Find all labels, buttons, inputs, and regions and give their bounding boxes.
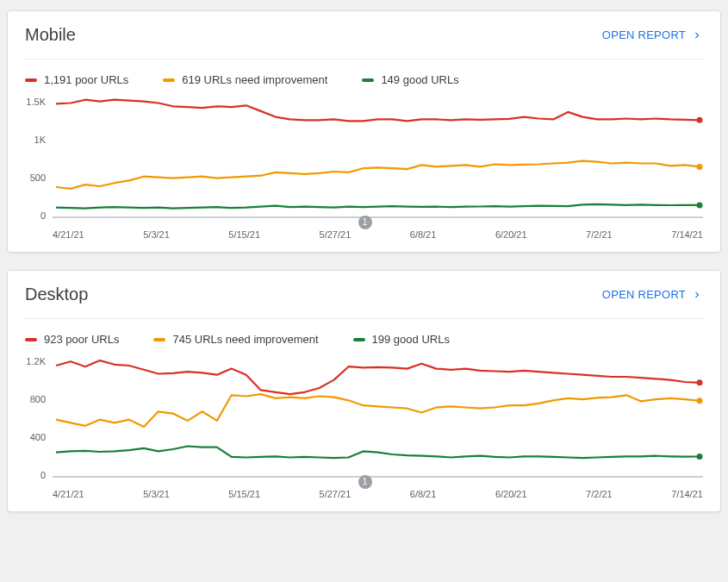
legend-label-need: 619 URLs need improvement (182, 73, 327, 86)
svg-point-2 (697, 164, 703, 170)
desktop-card: Desktop OPEN REPORT 923 poor URLs 745 UR… (7, 270, 721, 512)
y-tick: 500 (30, 172, 46, 183)
event-marker-mobile[interactable]: 1 (358, 216, 372, 229)
x-tick: 7/2/21 (586, 229, 613, 240)
legend-item-need: 745 URLs need improvement (153, 333, 318, 346)
legend-swatch-poor (25, 78, 37, 82)
legend-swatch-good (362, 78, 374, 82)
legend-swatch-need (163, 78, 175, 82)
svg-point-1 (697, 117, 703, 123)
svg-point-6 (697, 397, 703, 404)
svg-point-3 (697, 202, 703, 208)
legend-swatch-need (153, 338, 165, 341)
card-header: Desktop OPEN REPORT (25, 285, 703, 319)
svg-point-7 (697, 454, 703, 460)
open-report-link-desktop[interactable]: OPEN REPORT (602, 288, 703, 301)
legend-label-good: 149 good URLs (381, 73, 458, 86)
legend-label-poor: 923 poor URLs (44, 333, 119, 346)
card-header: Mobile OPEN REPORT (25, 25, 703, 59)
mobile-card: Mobile OPEN REPORT 1,191 poor URLs 619 U… (7, 10, 721, 253)
legend-swatch-good (353, 338, 365, 341)
legend-item-need: 619 URLs need improvement (163, 73, 327, 86)
chart-desktop: 1.2K8004000 1 4/21/215/3/215/15/215/27/2… (25, 351, 703, 503)
y-axis-mobile: 1.5K1K5000 (25, 91, 53, 221)
chart-mobile: 1.5K1K5000 1 4/21/215/3/215/15/215/27/21… (25, 91, 703, 243)
plot-desktop (53, 351, 703, 480)
y-tick: 800 (30, 394, 46, 404)
y-tick: 1.2K (26, 356, 46, 366)
x-tick: 5/3/21 (143, 489, 170, 499)
legend-item-poor: 1,191 poor URLs (25, 73, 128, 86)
legend-item-good: 149 good URLs (362, 73, 458, 86)
x-tick: 5/15/21 (228, 489, 260, 499)
y-tick: 0 (40, 470, 46, 480)
x-tick: 5/15/21 (228, 229, 260, 240)
card-title-desktop: Desktop (25, 285, 88, 304)
x-tick: 5/27/21 (320, 229, 352, 240)
legend-label-poor: 1,191 poor URLs (44, 73, 128, 86)
y-axis-desktop: 1.2K8004000 (25, 351, 53, 480)
x-tick: 7/2/21 (586, 489, 613, 499)
legend-item-good: 199 good URLs (353, 333, 450, 346)
x-tick: 6/20/21 (495, 229, 527, 240)
chevron-right-icon (691, 29, 703, 41)
x-tick: 7/14/21 (671, 489, 703, 499)
x-tick: 6/8/21 (410, 489, 437, 499)
x-tick: 4/21/21 (53, 229, 84, 240)
x-axis-desktop: 4/21/215/3/215/15/215/27/216/8/216/20/21… (53, 480, 703, 503)
open-report-label: OPEN REPORT (602, 288, 686, 301)
legend-label-good: 199 good URLs (372, 333, 450, 346)
x-tick: 5/27/21 (320, 489, 352, 499)
legend-label-need: 745 URLs need improvement (172, 333, 318, 346)
x-tick: 7/14/21 (671, 229, 703, 240)
x-tick: 4/21/21 (53, 489, 84, 499)
x-tick: 6/8/21 (410, 229, 437, 240)
y-tick: 1K (34, 135, 46, 145)
card-title-mobile: Mobile (25, 25, 76, 45)
x-tick: 5/3/21 (143, 229, 170, 240)
legend-item-poor: 923 poor URLs (25, 333, 119, 346)
legend-swatch-poor (25, 338, 37, 341)
plot-mobile (53, 91, 703, 221)
svg-point-5 (697, 379, 703, 385)
event-marker-desktop[interactable]: 1 (358, 475, 372, 489)
legend-desktop: 923 poor URLs 745 URLs need improvement … (25, 319, 703, 351)
x-axis-mobile: 4/21/215/3/215/15/215/27/216/8/216/20/21… (53, 221, 703, 243)
y-tick: 400 (30, 432, 46, 442)
chevron-right-icon (691, 289, 703, 301)
open-report-link-mobile[interactable]: OPEN REPORT (602, 28, 703, 41)
open-report-label: OPEN REPORT (602, 28, 686, 41)
x-tick: 6/20/21 (495, 489, 527, 499)
legend-mobile: 1,191 poor URLs 619 URLs need improvemen… (25, 59, 703, 91)
y-tick: 1.5K (26, 97, 46, 107)
y-tick: 0 (40, 210, 46, 221)
